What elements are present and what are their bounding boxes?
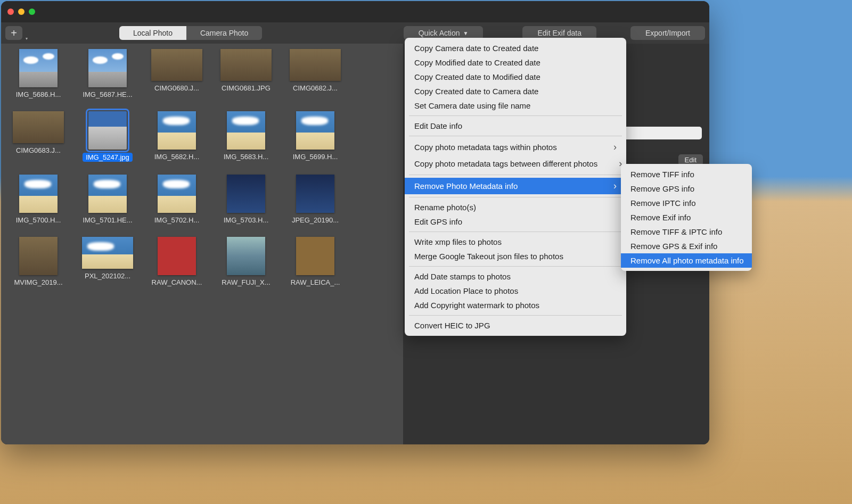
add-button[interactable]: + (5, 26, 22, 40)
window-controls (7, 9, 35, 15)
menu-item[interactable]: Add Date stamps to photos (405, 269, 626, 284)
photo-thumbnail[interactable]: CIMG0680.J... (150, 49, 203, 98)
thumbnail-label: IMG_5682.H... (154, 153, 200, 161)
thumbnail-image (88, 111, 127, 150)
thumbnail-label: IMG_5701.HE... (83, 216, 132, 224)
thumbnail-image (158, 237, 196, 275)
menu-item[interactable]: Convert HEIC to JPG (405, 318, 626, 333)
photo-grid: IMG_5686.H...IMG_5687.HE...CIMG0680.J...… (1, 44, 403, 444)
menu-item[interactable]: Merge Google Takeout json files to photo… (405, 249, 626, 263)
menu-item[interactable]: Write xmp files to photos (405, 235, 626, 249)
tab-local-photo[interactable]: Local Photo (119, 26, 186, 40)
submenu-item[interactable]: Remove All photo metadata info (621, 253, 752, 268)
thumbnail-image (88, 49, 127, 87)
thumbnail-label: MVIMG_2019... (14, 278, 62, 286)
remove-metadata-submenu: Remove TIFF infoRemove GPS infoRemove IP… (621, 164, 752, 271)
submenu-item[interactable]: Remove Exif info (621, 210, 752, 225)
photo-thumbnail[interactable]: JPEG_20190... (289, 175, 342, 224)
photo-thumbnail[interactable]: RAW_FUJI_X... (219, 237, 273, 286)
menu-item[interactable]: Copy Modified date to Created date (405, 55, 626, 70)
menu-separator (409, 315, 622, 316)
thumbnail-label: CIMG0682.J... (293, 84, 338, 92)
menu-item[interactable]: Add Location Place to photos (405, 284, 626, 298)
photo-thumbnail[interactable]: RAW_LEICA_... (289, 237, 342, 286)
photo-thumbnail[interactable]: CIMG0683.J... (12, 111, 65, 162)
menu-separator (409, 115, 622, 116)
thumbnail-label: PXL_202102... (85, 272, 130, 280)
menu-separator (409, 175, 622, 175)
menu-separator (409, 232, 622, 232)
thumbnail-label: RAW_LEICA_... (291, 278, 340, 286)
photo-thumbnail[interactable]: IMG_5682.H... (150, 111, 203, 162)
photo-thumbnail[interactable]: PXL_202102... (81, 237, 134, 286)
plus-icon: + (11, 27, 17, 39)
photo-thumbnail[interactable]: IMG_5702.H... (150, 175, 203, 224)
thumbnail-image (19, 175, 58, 213)
submenu-item[interactable]: Remove GPS & Exif info (621, 239, 752, 253)
photo-thumbnail[interactable]: IMG_5699.H... (289, 111, 342, 162)
thumbnail-image (296, 237, 334, 275)
source-segmented-control: Local Photo Camera Photo (119, 26, 262, 40)
photo-thumbnail[interactable]: MVIMG_2019... (12, 237, 65, 286)
thumbnail-image (151, 49, 202, 81)
photo-thumbnail[interactable]: IMG_5700.H... (12, 175, 65, 224)
menu-item[interactable]: Copy Created date to Camera date (405, 84, 626, 98)
photo-thumbnail[interactable]: IMG_5701.HE... (81, 175, 134, 224)
submenu-item[interactable]: Remove IPTC info (621, 196, 752, 210)
menu-item[interactable]: Copy Created date to Modified date (405, 70, 626, 84)
thumbnail-image (88, 175, 127, 213)
menu-separator (409, 197, 622, 197)
close-window-button[interactable] (7, 9, 14, 15)
photo-thumbnail[interactable]: CIMG0682.J... (289, 49, 342, 98)
photo-thumbnail[interactable]: IMG_5686.H... (12, 49, 65, 98)
menu-item[interactable]: Edit Date info (405, 119, 626, 133)
menu-item[interactable]: Copy photo metadata tags between differe… (405, 155, 626, 172)
zoom-window-button[interactable] (29, 9, 35, 15)
thumbnail-label: IMG_5699.H... (293, 153, 338, 161)
menu-separator (409, 266, 622, 267)
tab-camera-photo[interactable]: Camera Photo (186, 26, 262, 40)
titlebar (1, 1, 709, 22)
photo-thumbnail[interactable]: CIMG0681.JPG (219, 49, 273, 98)
thumbnail-label: IMG_5703.H... (224, 216, 269, 224)
menu-item[interactable]: Copy Camera date to Created date (405, 41, 626, 55)
thumbnail-label: RAW_FUJI_X... (222, 278, 270, 286)
thumbnail-image (158, 111, 196, 150)
submenu-item[interactable]: Remove TIFF & IPTC info (621, 225, 752, 239)
photo-thumbnail[interactable]: IMG_5687.HE... (81, 49, 134, 98)
thumbnail-image (227, 175, 265, 213)
menu-separator (409, 136, 622, 136)
photo-thumbnail[interactable]: IMG_5683.H... (219, 111, 273, 162)
thumbnail-image (227, 237, 265, 275)
minimize-window-button[interactable] (18, 9, 24, 15)
thumbnail-label: IMG_5687.HE... (83, 90, 132, 98)
thumbnail-label: CIMG0681.JPG (222, 84, 271, 92)
submenu-item[interactable]: Remove TIFF info (621, 167, 752, 181)
thumbnail-image (19, 49, 58, 87)
thumbnail-label: JPEG_20190... (292, 216, 339, 224)
menu-item[interactable]: Rename photo(s) (405, 200, 626, 214)
menu-item[interactable]: Add Copyright watermark to photos (405, 298, 626, 312)
menu-item[interactable]: Edit GPS info (405, 214, 626, 229)
thumbnail-label: CIMG0683.J... (16, 146, 61, 154)
menu-item[interactable]: Copy photo metadata tags within photos (405, 139, 626, 155)
photo-thumbnail[interactable]: IMG_5247.jpg (81, 111, 134, 162)
thumbnail-label: IMG_5702.H... (154, 216, 200, 224)
submenu-item[interactable]: Remove GPS info (621, 181, 752, 196)
thumbnail-image (158, 175, 196, 213)
chevron-down-icon: ▼ (463, 30, 469, 36)
menu-item-remove-photo-metadata[interactable]: Remove Photo Metadata info (405, 178, 626, 194)
menu-item[interactable]: Set Camera date using file name (405, 98, 626, 113)
thumbnail-image (227, 111, 265, 150)
thumbnail-image (296, 111, 334, 150)
thumbnail-image (220, 49, 272, 81)
thumbnail-label: IMG_5700.H... (16, 216, 61, 224)
thumbnail-image (19, 237, 58, 275)
export-import-button[interactable]: Export/Import (630, 26, 705, 40)
photo-thumbnail[interactable]: IMG_5703.H... (219, 175, 273, 224)
quick-action-menu: Copy Camera date to Created dateCopy Mod… (405, 38, 626, 336)
thumbnail-label: IMG_5683.H... (224, 153, 269, 161)
thumbnail-image (296, 175, 334, 213)
photo-thumbnail[interactable]: RAW_CANON... (150, 237, 203, 286)
thumbnail-image (82, 237, 133, 269)
